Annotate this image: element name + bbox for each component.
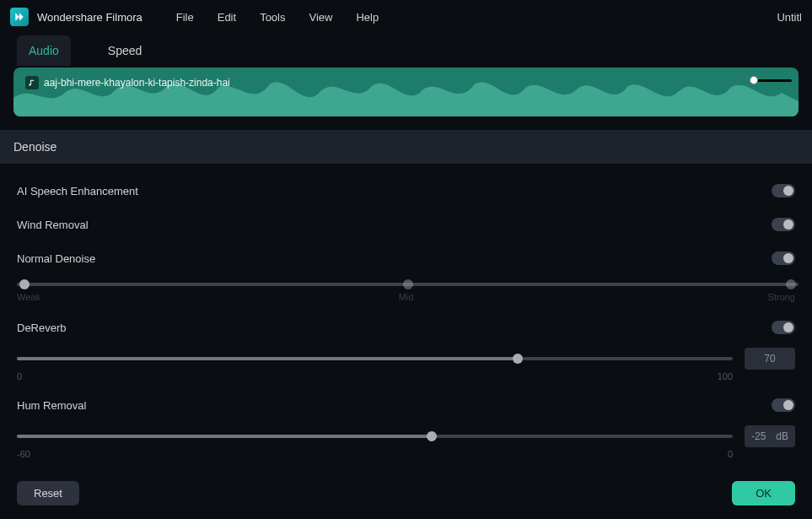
toggle-wind-removal[interactable]: [772, 218, 795, 231]
tab-speed[interactable]: Speed: [96, 35, 153, 66]
tick-normal-mid: Mid: [399, 292, 414, 302]
main-menu: File Edit Tools View Help: [176, 11, 379, 24]
waveform-icon: [13, 68, 799, 116]
menu-view[interactable]: View: [309, 11, 332, 24]
app-logo-icon: [10, 8, 29, 26]
audio-clip-waveform[interactable]: aaj-bhi-mere-khayalon-ki-tapish-zinda-ha…: [13, 68, 799, 116]
menu-tools[interactable]: Tools: [260, 11, 285, 24]
clip-fade-handle[interactable]: [750, 76, 758, 84]
tick-hum-max: 0: [728, 449, 733, 459]
tick-dereverb-max: 100: [718, 371, 733, 381]
ok-button[interactable]: OK: [732, 481, 795, 505]
label-hum-removal: Hum Removal: [17, 399, 86, 412]
slider-dereverb[interactable]: [17, 353, 733, 365]
toggle-ai-speech[interactable]: [772, 184, 795, 197]
value-hum-number: -25: [751, 430, 766, 442]
section-denoise-header: Denoise: [0, 130, 812, 164]
panel-tabs: Audio Speed: [0, 34, 812, 68]
label-dereverb: DeReverb: [17, 322, 67, 334]
audio-panel: aaj-bhi-mere-khayalon-ki-tapish-zinda-ha…: [0, 68, 812, 469]
value-hum-unit: dB: [776, 430, 788, 442]
label-normal-denoise: Normal Denoise: [17, 252, 95, 265]
toggle-hum-removal[interactable]: [772, 398, 795, 412]
tick-normal-strong: Strong: [768, 292, 795, 302]
tab-audio[interactable]: Audio: [17, 35, 71, 66]
clip-fade-rail[interactable]: [754, 79, 792, 82]
row-hum-removal: Hum Removal: [13, 392, 799, 419]
row-ai-speech: AI Speech Enhancement: [13, 177, 799, 204]
value-dereverb[interactable]: 70: [745, 348, 795, 370]
reset-button[interactable]: Reset: [17, 481, 79, 505]
label-wind-removal: Wind Removal: [17, 219, 89, 231]
document-title: Untitl: [777, 11, 802, 24]
tick-normal-weak: Weak: [17, 292, 40, 302]
menu-file[interactable]: File: [176, 11, 194, 24]
menu-help[interactable]: Help: [356, 11, 379, 24]
music-note-icon: [25, 76, 39, 89]
footer-buttons: Reset OK: [17, 481, 795, 505]
app-name: Wondershare Filmora: [37, 11, 143, 24]
label-ai-speech: AI Speech Enhancement: [17, 185, 138, 197]
menu-edit[interactable]: Edit: [218, 11, 236, 24]
tick-hum-min: -60: [17, 449, 30, 459]
title-bar: Wondershare Filmora File Edit Tools View…: [0, 0, 812, 34]
toggle-dereverb[interactable]: [772, 321, 795, 334]
clip-name: aaj-bhi-mere-khayalon-ki-tapish-zinda-ha…: [44, 77, 230, 89]
row-dereverb: DeReverb: [13, 314, 799, 341]
row-normal-denoise: Normal Denoise: [13, 245, 799, 272]
toggle-normal-denoise[interactable]: [772, 251, 795, 265]
tick-dereverb-min: 0: [17, 371, 22, 381]
value-hum-removal[interactable]: -25 dB: [745, 425, 795, 447]
slider-hum-removal[interactable]: [17, 430, 733, 442]
slider-normal-denoise[interactable]: [17, 278, 799, 290]
row-wind-removal: Wind Removal: [13, 211, 799, 238]
